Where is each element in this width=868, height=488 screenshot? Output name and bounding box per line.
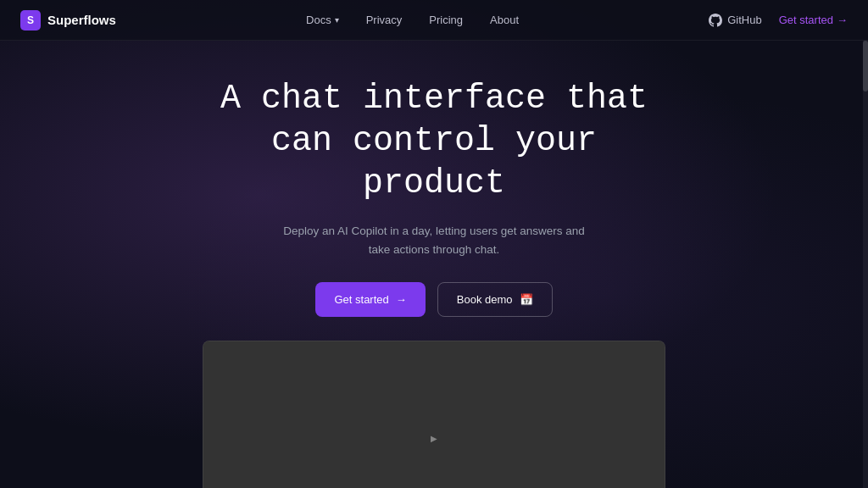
book-demo-button[interactable]: Book demo 📅 [437, 282, 553, 317]
arrow-right-icon: → [396, 293, 407, 306]
nav-link-privacy[interactable]: Privacy [366, 14, 403, 26]
nav-get-started-arrow: → [837, 14, 848, 26]
main-content: A chat interface that can control your p… [0, 41, 868, 488]
hero-title: A chat interface that can control your p… [220, 78, 648, 205]
hero-buttons: Get started → Book demo 📅 [315, 282, 552, 317]
logo[interactable]: S Superflows [20, 10, 116, 30]
get-started-button[interactable]: Get started → [315, 282, 425, 317]
video-placeholder: ▶ [203, 341, 665, 488]
play-cursor-icon: ▶ [431, 434, 437, 443]
video-container[interactable]: ▶ ▶ 0:00 🔊 ⛶ [203, 341, 665, 488]
scrollbar-thumb[interactable] [863, 41, 868, 92]
nav-link-pricing[interactable]: Pricing [429, 14, 463, 26]
nav-link-about[interactable]: About [490, 14, 519, 26]
nav-links: Docs ▾ Privacy Pricing About [306, 14, 519, 26]
github-icon [709, 14, 722, 27]
calendar-icon: 📅 [520, 293, 533, 306]
nav-get-started[interactable]: Get started → [779, 14, 848, 26]
scrollbar[interactable] [863, 41, 868, 488]
navbar: S Superflows Docs ▾ Privacy Pricing Abou… [0, 0, 868, 41]
chevron-down-icon: ▾ [335, 15, 339, 25]
github-link[interactable]: GitHub [709, 14, 761, 27]
logo-icon: S [20, 10, 41, 30]
hero-subtitle: Deploy an AI Copilot in a day, letting u… [281, 222, 587, 258]
nav-right: GitHub Get started → [709, 14, 848, 27]
nav-link-docs[interactable]: Docs ▾ [306, 14, 339, 26]
brand-name: Superflows [47, 13, 116, 27]
